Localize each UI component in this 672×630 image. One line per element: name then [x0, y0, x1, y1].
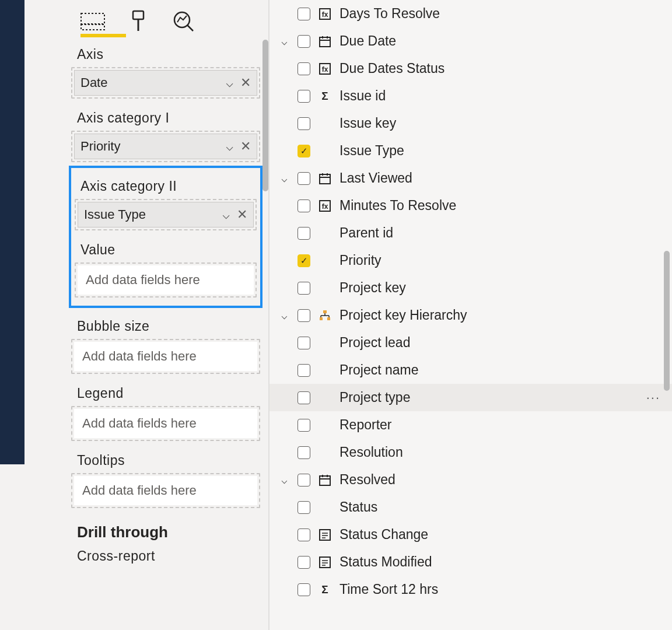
analytics-tab-icon[interactable]: [172, 9, 196, 34]
calc-icon: fx: [317, 200, 332, 212]
field-row[interactable]: fxMinutes To Resolve: [270, 192, 672, 219]
field-checkbox[interactable]: [298, 556, 310, 569]
field-chip[interactable]: Date⌵✕: [74, 70, 257, 96]
field-label: Issue key: [340, 116, 664, 131]
fields-scrollbar[interactable]: [664, 251, 670, 391]
well-label: Legend: [69, 379, 262, 406]
field-checkbox[interactable]: [298, 446, 310, 459]
field-checkbox[interactable]: [298, 391, 310, 404]
close-icon[interactable]: ✕: [237, 207, 247, 222]
field-well[interactable]: Issue Type⌵✕: [75, 199, 257, 230]
svg-rect-2: [133, 11, 144, 19]
field-row[interactable]: ✓Priority: [270, 247, 672, 274]
field-row[interactable]: ✓Issue Type: [270, 137, 672, 164]
field-row[interactable]: Project key: [270, 274, 672, 302]
field-row[interactable]: fxDays To Resolve: [270, 0, 672, 27]
more-icon[interactable]: ···: [646, 390, 664, 405]
field-row[interactable]: Status Modified: [270, 548, 672, 576]
field-row[interactable]: Project type···: [270, 384, 672, 411]
chevron-down-icon[interactable]: ⌵: [226, 75, 233, 90]
field-well[interactable]: Date⌵✕: [71, 67, 260, 99]
field-chip[interactable]: Priority⌵✕: [74, 134, 257, 159]
field-row[interactable]: Status Change: [270, 521, 672, 548]
field-checkbox[interactable]: [298, 337, 310, 349]
field-checkbox[interactable]: [298, 419, 310, 432]
close-icon[interactable]: ✕: [240, 139, 251, 154]
field-label: Due Date: [340, 33, 664, 49]
field-well[interactable]: Add data fields here: [71, 406, 260, 441]
field-checkbox[interactable]: [298, 62, 310, 75]
expand-icon[interactable]: ⌵: [278, 35, 290, 48]
viz-scrollbar[interactable]: [262, 40, 268, 191]
canvas-gap: [24, 0, 63, 630]
calc-icon: fx: [317, 8, 332, 20]
field-checkbox[interactable]: [298, 583, 310, 596]
field-row[interactable]: fxDue Dates Status: [270, 55, 672, 82]
svg-rect-35: [320, 557, 330, 568]
svg-text:fx: fx: [322, 202, 328, 211]
cal-icon: [317, 35, 332, 48]
field-row[interactable]: Project name: [270, 356, 672, 384]
expand-icon[interactable]: ⌵: [278, 172, 290, 185]
fields-tab-icon[interactable]: [80, 9, 105, 34]
field-row[interactable]: Parent id: [270, 219, 672, 247]
cross-report-label: Cross-report: [69, 546, 262, 569]
field-well[interactable]: Add data fields here: [71, 473, 260, 508]
field-row[interactable]: ⌵Last Viewed: [270, 164, 672, 192]
field-checkbox[interactable]: [298, 200, 310, 212]
field-checkbox[interactable]: [298, 528, 310, 541]
field-checkbox[interactable]: [298, 309, 310, 322]
field-row[interactable]: Issue key: [270, 110, 672, 137]
field-checkbox[interactable]: [298, 282, 310, 295]
field-row[interactable]: Status: [270, 494, 672, 521]
svg-text:fx: fx: [322, 65, 328, 74]
field-well[interactable]: Add data fields here: [71, 339, 260, 374]
svg-rect-1: [81, 24, 104, 30]
field-chip[interactable]: Issue Type⌵✕: [78, 202, 254, 228]
field-checkbox[interactable]: ✓: [298, 254, 310, 267]
field-well[interactable]: Priority⌵✕: [71, 131, 260, 162]
svg-text:fx: fx: [322, 10, 328, 19]
cal-icon: [317, 474, 332, 487]
active-tab-underline: [80, 34, 126, 37]
field-checkbox[interactable]: [298, 501, 310, 514]
chip-label: Date: [80, 75, 107, 90]
field-row[interactable]: Resolution: [270, 439, 672, 466]
field-checkbox[interactable]: [298, 227, 310, 240]
field-row[interactable]: ⌵Due Date: [270, 27, 672, 55]
hier-icon: [317, 309, 332, 322]
expand-icon[interactable]: ⌵: [278, 309, 290, 322]
field-row[interactable]: ⌵Project key Hierarchy: [270, 302, 672, 329]
field-row[interactable]: Reporter: [270, 411, 672, 439]
field-row[interactable]: Project lead: [270, 329, 672, 356]
close-icon[interactable]: ✕: [240, 75, 251, 90]
left-app-stripe: [0, 0, 24, 464]
field-label: Reporter: [340, 417, 664, 433]
chip-label: Issue Type: [84, 207, 146, 222]
field-checkbox[interactable]: [298, 35, 310, 48]
field-well[interactable]: Add data fields here: [75, 262, 257, 298]
expand-icon[interactable]: ⌵: [278, 474, 290, 487]
well-label: Bubble size: [69, 312, 262, 339]
field-checkbox[interactable]: [298, 8, 310, 20]
field-checkbox[interactable]: [298, 474, 310, 487]
well-label: Axis category II: [72, 172, 259, 199]
field-row[interactable]: ⌵Resolved: [270, 466, 672, 494]
calc-icon: fx: [317, 62, 332, 75]
field-checkbox[interactable]: [298, 364, 310, 377]
chevron-down-icon[interactable]: ⌵: [226, 139, 233, 154]
field-checkbox[interactable]: [298, 90, 310, 103]
well-placeholder: Add data fields here: [78, 265, 254, 295]
field-label: Days To Resolve: [340, 6, 664, 22]
field-row[interactable]: ΣTime Sort 12 hrs: [270, 576, 672, 603]
chevron-down-icon[interactable]: ⌵: [222, 207, 230, 222]
field-row[interactable]: ΣIssue id: [270, 82, 672, 110]
format-tab-icon[interactable]: [126, 9, 150, 34]
visualizations-pane: AxisDate⌵✕Axis category IPriority⌵✕Axis …: [63, 0, 268, 630]
field-checkbox[interactable]: ✓: [298, 145, 310, 158]
field-checkbox[interactable]: [298, 117, 310, 130]
well-label: Axis: [69, 40, 262, 67]
fields-pane: fxDays To Resolve⌵Due DatefxDue Dates St…: [270, 0, 672, 630]
cal-icon: [317, 172, 332, 185]
field-checkbox[interactable]: [298, 172, 310, 185]
